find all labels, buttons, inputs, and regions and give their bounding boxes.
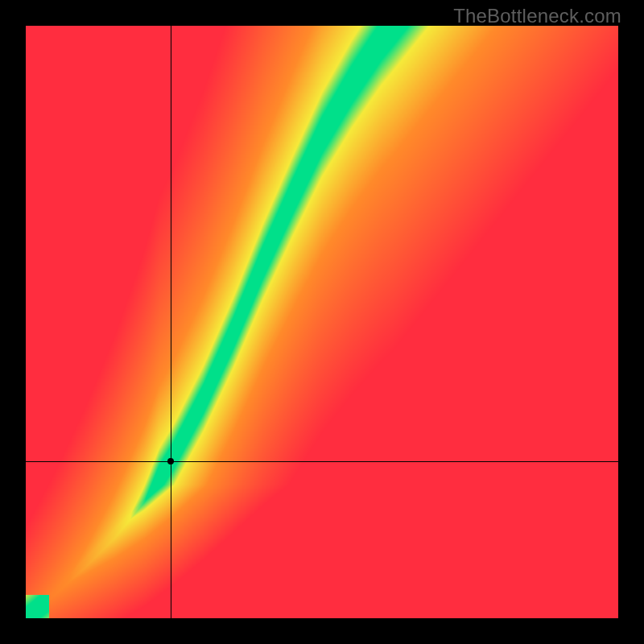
crosshair-horizontal bbox=[26, 461, 618, 462]
chart-frame: TheBottleneck.com bbox=[0, 0, 644, 644]
crosshair-vertical bbox=[171, 26, 171, 618]
watermark-text: TheBottleneck.com bbox=[453, 5, 621, 27]
heatmap-plot bbox=[26, 26, 618, 618]
heatmap-canvas bbox=[26, 26, 618, 618]
data-point-marker bbox=[167, 458, 174, 464]
